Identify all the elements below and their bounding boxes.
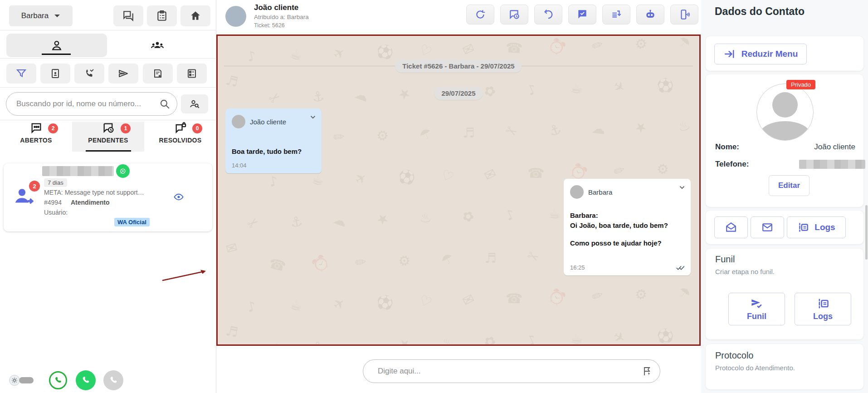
contact-logs-button[interactable]: Logs	[787, 216, 846, 238]
user-select-dropdown[interactable]: Barbara	[9, 5, 73, 26]
phone-transfer-button[interactable]	[670, 5, 698, 25]
funnel-button-label: Funil	[747, 312, 766, 321]
chat-header: João cliente Atribuído a: Barbara Ticket…	[216, 0, 701, 34]
pendentes-badge: 1	[121, 123, 131, 133]
divider	[0, 120, 216, 120]
home-icon	[190, 10, 201, 22]
contact-search-button[interactable]	[181, 94, 208, 113]
theme-toggle-track[interactable]	[19, 377, 34, 383]
outgoing-message-bubble[interactable]: Barbara Barbara: Oi João, boa tarde, tud…	[564, 179, 691, 275]
whatsapp-connection-1-icon[interactable]	[49, 371, 67, 389]
chat-dots-icon	[30, 122, 43, 134]
search-icon	[159, 98, 171, 110]
message-sender-avatar	[232, 115, 245, 128]
tab-pendentes[interactable]: PENDENTES	[72, 122, 144, 152]
search-input[interactable]	[15, 99, 159, 109]
message-text-line: Oi João, boa tarde, tudo bem?	[570, 221, 668, 229]
refresh-button[interactable]	[466, 5, 494, 25]
chatbot-button[interactable]	[636, 5, 664, 25]
edit-contact-button[interactable]: Editar	[769, 175, 809, 196]
logs-list-icon	[797, 221, 809, 233]
add-note-button[interactable]	[143, 64, 173, 84]
queue-list-button[interactable]	[177, 64, 207, 84]
search-bar	[6, 92, 177, 116]
open-email-button[interactable]	[714, 216, 748, 238]
ballot-list-icon	[186, 68, 197, 79]
chat-clock-icon	[102, 122, 115, 134]
theme-toggle-thumb[interactable]	[9, 375, 20, 386]
contact-photo-placeholder	[756, 84, 814, 141]
undo-button[interactable]	[534, 5, 562, 25]
abertos-badge: 2	[48, 123, 58, 133]
return-to-pending-button[interactable]	[500, 5, 528, 25]
filter-button[interactable]	[6, 64, 36, 84]
tab-group-contacts[interactable]	[107, 34, 208, 57]
ticket-queue: Atendimento	[71, 199, 110, 206]
internal-chat-button[interactable]	[113, 5, 143, 26]
edit-label: Editar	[778, 181, 800, 190]
ticket-age-chip: 7 dias	[44, 178, 67, 187]
view-ticket-eye-icon[interactable]	[173, 192, 184, 202]
ticket-last-message: META: Message type not support…	[44, 189, 162, 196]
contact-card-button[interactable]	[40, 64, 70, 84]
caret-down-icon	[54, 14, 60, 18]
panel-scrollbar[interactable]	[865, 205, 868, 260]
quick-replies-flag-icon[interactable]	[642, 366, 653, 377]
protocol-subtitle: Protocolo do Atendimento.	[715, 364, 795, 372]
contact-name-blurred	[42, 166, 114, 176]
undo-icon	[542, 9, 554, 20]
quick-actions-card: Logs	[706, 211, 863, 244]
tab-abertos[interactable]: ABERTOS	[0, 122, 72, 152]
arrow-to-bar-icon	[723, 48, 735, 60]
ticket-user-line: Usuário:	[44, 209, 68, 216]
message-options-chevron-icon[interactable]	[678, 183, 686, 192]
message-signature: Barbara:	[570, 211, 598, 219]
message-options-chevron-icon[interactable]	[309, 113, 317, 121]
composer-bar: ⋮ ▾	[216, 346, 701, 393]
name-value: João cliente	[814, 142, 855, 152]
transfer-queue-button[interactable]	[602, 5, 630, 25]
clipboard-list-icon	[156, 10, 168, 22]
annotation-arrow	[159, 265, 215, 286]
tab-abertos-label: ABERTOS	[20, 137, 52, 144]
funnel-title: Funil	[715, 254, 735, 265]
logs-label: Logs	[814, 222, 835, 232]
tab-resolvidos[interactable]: RESOLVIDOS	[144, 122, 216, 152]
phone-callback-button[interactable]	[74, 64, 104, 84]
chat-messages-area[interactable]: ✿♪☕✈⚽♡✉☎⏰✏⚙☂♬✂⚓☁★♨✿♪☕✈⚽♡✉☎⏰✏⚙☂♬✂⚓☁★♨✿♪☕✈…	[216, 34, 701, 346]
ticket-list-item[interactable]: 7 dias 2 META: Message type not support……	[4, 163, 212, 231]
panel-title: Dados do Contato	[715, 5, 805, 18]
mail-open-icon	[725, 221, 737, 233]
contact-card-icon	[50, 68, 61, 79]
contact-avatar[interactable]	[225, 6, 246, 27]
tasks-button[interactable]	[147, 5, 177, 26]
whatsapp-connection-3-icon[interactable]	[103, 370, 123, 390]
whatsapp-connection-2-icon[interactable]	[76, 370, 96, 390]
incoming-message-bubble[interactable]: João cliente Boa tarde, tudo bem? 14:04	[225, 108, 322, 173]
message-input-wrap	[363, 359, 660, 383]
message-text: Boa tarde, tudo bem?	[232, 147, 302, 155]
protocol-card: Protocolo Protocolo do Atendimento.	[706, 344, 863, 389]
home-button[interactable]	[180, 5, 210, 26]
reduce-menu-card: Reduzir Menu	[706, 36, 863, 71]
message-input[interactable]	[377, 366, 642, 376]
chat-contact-name[interactable]: João cliente	[254, 3, 298, 12]
private-badge: Privado	[786, 80, 815, 89]
phone-callback-icon	[84, 68, 95, 79]
send-icon	[118, 68, 129, 79]
resolve-ticket-button[interactable]	[568, 5, 596, 25]
message-sender-avatar	[570, 185, 584, 199]
contact-avatar-arrow-icon	[12, 184, 36, 209]
divider	[0, 30, 216, 30]
funnel-button[interactable]: Funil	[728, 293, 785, 325]
ticket-number: #4994	[44, 199, 62, 206]
funnel-logs-button[interactable]: Logs	[795, 293, 851, 325]
note-add-icon	[152, 68, 163, 79]
send-message-button[interactable]	[108, 64, 138, 84]
reduce-menu-button[interactable]: Reduzir Menu	[714, 44, 807, 64]
refresh-icon	[474, 9, 486, 20]
forum-icon	[122, 10, 134, 22]
phone-signal-icon	[678, 9, 690, 20]
email-button[interactable]	[751, 216, 784, 238]
reduce-menu-label: Reduzir Menu	[741, 49, 798, 59]
